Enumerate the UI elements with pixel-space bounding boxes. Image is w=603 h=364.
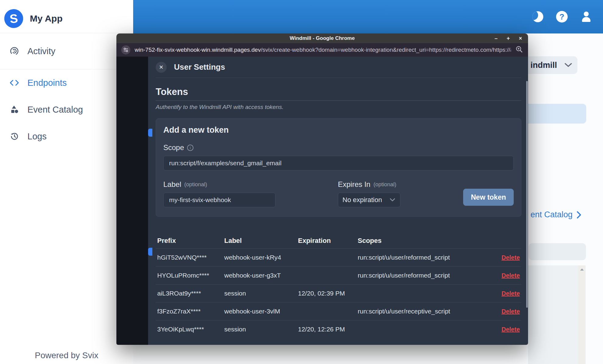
url-text[interactable]: win-752-fix-svix-webhook-win.windmill.pa… — [135, 47, 511, 53]
prefix-cell: 3YeOiKpLwq**** — [157, 326, 224, 333]
sidebar-item-event-catalog[interactable]: Event Catalog — [0, 96, 133, 123]
page-scrollbar[interactable] — [578, 265, 586, 364]
close-window-button[interactable]: × — [518, 35, 523, 42]
col-scopes: Scopes — [358, 237, 494, 245]
expiration-cell: 12/20, 02:39 PM — [298, 290, 358, 297]
brand: S My App — [0, 0, 133, 33]
prefix-cell: hGiT52wVNQ**** — [157, 254, 224, 261]
close-modal-button[interactable]: ✕ — [156, 62, 167, 73]
chrome-window: Windmill - Google Chrome – + × win-752-f… — [116, 33, 528, 345]
delete-token-button[interactable]: Delete — [502, 290, 520, 297]
scopes-cell: run:script/u/user/reformed_script — [358, 272, 494, 279]
tokens-heading: Tokens — [156, 86, 521, 97]
col-prefix: Prefix — [157, 237, 224, 245]
zoom-in-icon[interactable] — [515, 45, 523, 54]
url-bar[interactable]: win-752-fix-svix-webhook-win.windmill.pa… — [116, 43, 528, 57]
prefix-cell: aiL3ROat9y**** — [157, 290, 224, 297]
expires-label-text: Expires In — [338, 180, 371, 189]
expires-group: Expires In (optional) No expiration — [338, 180, 400, 207]
scroll-up-arrow-icon[interactable] — [580, 268, 584, 271]
history-clock-icon — [9, 131, 20, 142]
tokens-subtitle: Authentify to the Windmill API with acce… — [156, 104, 521, 110]
label-cell: webhook-user-g3xT — [224, 272, 298, 279]
modal-scrollbar[interactable] — [526, 81, 528, 308]
code-brackets-icon — [9, 78, 20, 88]
sidebar-item-label: Activity — [27, 46, 55, 56]
event-catalog-link-label: ent Catalog — [530, 210, 573, 219]
label-cell: webhook-user-kRy4 — [224, 254, 298, 261]
minimize-button[interactable]: – — [493, 35, 499, 42]
expires-label: Expires In (optional) — [338, 180, 400, 189]
delete-token-button[interactable]: Delete — [502, 254, 520, 261]
help-icon[interactable]: ? — [556, 11, 568, 23]
maximize-button[interactable]: + — [505, 35, 511, 42]
sidebar-item-activity[interactable]: Activity — [0, 33, 133, 69]
info-icon[interactable]: i — [187, 145, 193, 151]
modal-header: ✕ User Settings — [156, 57, 521, 78]
add-token-title: Add a new token — [163, 125, 514, 135]
optional-hint: (optional) — [184, 181, 207, 188]
chevron-down-icon — [390, 198, 395, 202]
workspace-dropdown-label: indmill — [530, 61, 557, 70]
window-title: Windmill - Google Chrome — [290, 35, 355, 41]
scopes-cell: run:script/u/user/reformed_script — [358, 254, 494, 261]
expires-selected-value: No expiration — [342, 196, 382, 204]
label-label-text: Label — [163, 180, 181, 189]
label-label: Label (optional) — [163, 180, 275, 189]
url-domain: win-752-fix-svix-webhook-win.windmill.pa… — [135, 47, 261, 53]
moon-icon[interactable] — [532, 11, 543, 22]
delete-token-button[interactable]: Delete — [502, 326, 520, 333]
label-cell: webhook-user-3vlM — [224, 308, 298, 315]
table-row: aiL3ROat9y**** session 12/20, 02:39 PM D… — [156, 284, 521, 302]
modal-title: User Settings — [174, 62, 225, 72]
collapsed-panel — [529, 243, 586, 260]
delete-token-button[interactable]: Delete — [502, 308, 520, 315]
col-label: Label — [224, 237, 298, 245]
screen: ? indmill ent Catalog S My App — [0, 0, 603, 364]
prefix-cell: HYOLuPRomc**** — [157, 272, 224, 279]
expiration-cell: 12/20, 12:26 PM — [298, 326, 358, 333]
sidebar-item-endpoints[interactable]: Endpoints — [0, 69, 133, 96]
site-settings-icon[interactable] — [121, 45, 130, 54]
url-path: /svix/create-webhook?domain=webhook-inte… — [261, 47, 511, 53]
token-form-row: Label (optional) Expires In (optional) — [163, 180, 514, 207]
label-cell: session — [224, 290, 298, 297]
svix-logo: S — [3, 8, 24, 29]
sidebar: S My App Activity Endpoints — [0, 0, 133, 364]
window-controls: – + × — [493, 33, 523, 43]
app-name: My App — [30, 13, 62, 24]
highlight-box — [528, 104, 586, 124]
sidebar-item-label: Logs — [27, 131, 47, 142]
col-expiration: Expiration — [298, 237, 358, 245]
table-row: 3YeOiKpLwq**** session 12/20, 12:26 PM D… — [156, 320, 521, 338]
expires-select[interactable]: No expiration — [338, 193, 400, 207]
table-header: Prefix Label Expiration Scopes — [156, 233, 521, 248]
background-page: indmill ent Catalog — [528, 33, 603, 364]
add-token-card: Add a new token Scope i Label (optional) — [156, 118, 521, 217]
table-row: HYOLuPRomc**** webhook-user-g3xT run:scr… — [156, 266, 521, 284]
workspace-dropdown[interactable]: indmill — [528, 56, 577, 74]
sidebar-item-logs[interactable]: Logs — [0, 123, 133, 150]
event-catalog-link[interactable]: ent Catalog — [530, 210, 582, 219]
user-icon[interactable] — [580, 11, 592, 23]
app-header: ? — [133, 0, 603, 33]
chevron-down-icon — [564, 62, 572, 68]
sidebar-item-label: Endpoints — [27, 78, 67, 88]
activity-target-icon — [9, 46, 20, 56]
scope-label: Scope i — [163, 143, 514, 152]
powered-by-svix: Powered by Svix — [0, 351, 133, 360]
scope-input[interactable] — [163, 156, 514, 170]
label-cell: session — [224, 326, 298, 333]
shapes-icon — [9, 104, 20, 115]
logo-letter: S — [9, 11, 18, 26]
new-token-button[interactable]: New token — [463, 189, 514, 206]
window-titlebar[interactable]: Windmill - Google Chrome – + × — [116, 33, 528, 43]
label-input[interactable] — [163, 193, 275, 207]
scope-label-text: Scope — [163, 143, 184, 152]
label-group: Label (optional) — [163, 180, 275, 207]
divider — [156, 100, 521, 101]
delete-token-button[interactable]: Delete — [502, 272, 520, 279]
chevron-right-icon — [576, 211, 582, 219]
scopes-cell: run:script/u/user/receptive_script — [358, 308, 494, 315]
browser-viewport: ✕ User Settings Tokens Authentify to the… — [116, 57, 528, 345]
